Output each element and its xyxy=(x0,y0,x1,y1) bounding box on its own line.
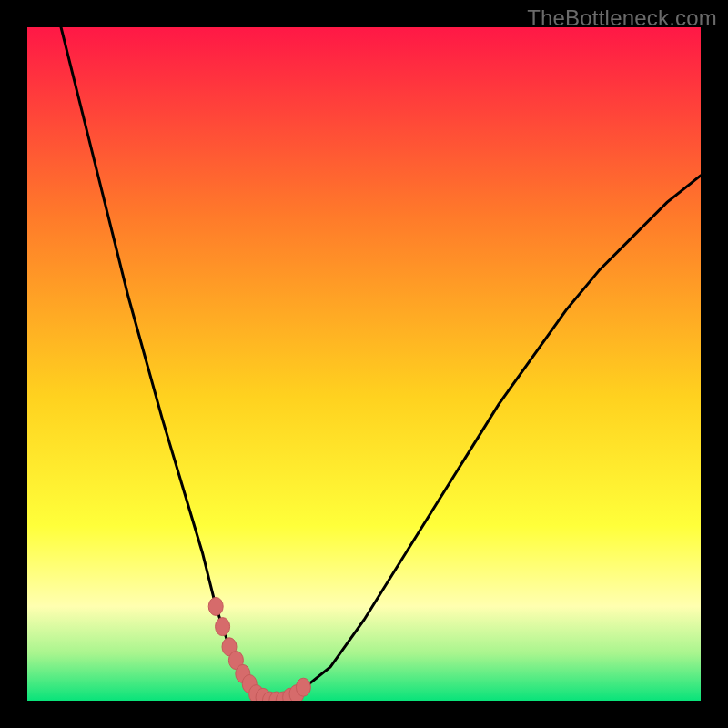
marker-dot xyxy=(216,618,230,636)
chart-frame: TheBottleneck.com xyxy=(0,0,728,728)
bottleneck-curve xyxy=(61,27,701,701)
marker-dot xyxy=(208,597,223,615)
plot-area xyxy=(27,27,701,701)
curve-layer xyxy=(27,27,701,701)
marker-group xyxy=(208,597,310,701)
marker-dot xyxy=(296,678,310,696)
